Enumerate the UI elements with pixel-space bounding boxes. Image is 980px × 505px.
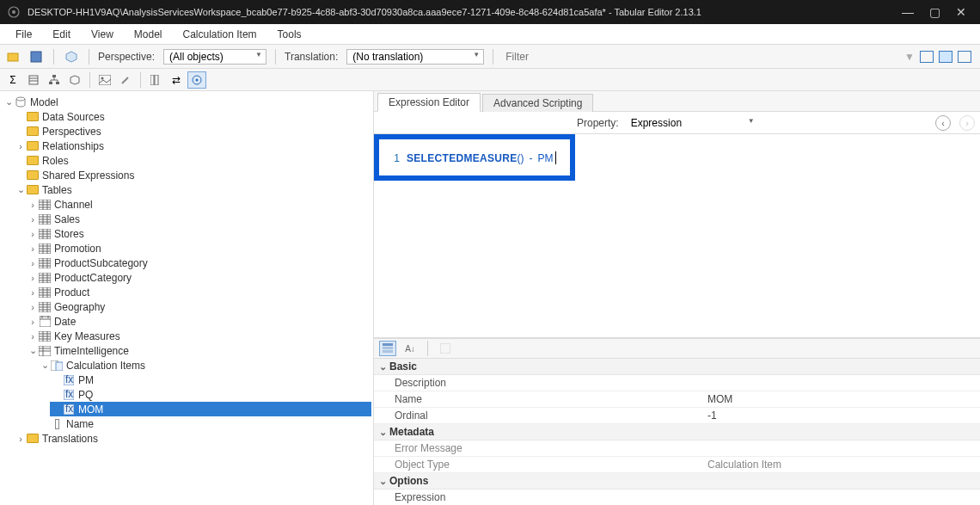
tree-node-name-column[interactable]: Name <box>38 416 371 431</box>
tree-node-pm[interactable]: fxPM <box>50 373 371 387</box>
svg-text:fx: fx <box>65 390 73 400</box>
perspective-select[interactable]: (All objects) <box>163 49 266 65</box>
minimize-button[interactable]: — <box>902 5 914 19</box>
maximize-button[interactable]: ▢ <box>929 5 940 19</box>
tab-expression-editor[interactable]: Expression Editor <box>377 93 481 112</box>
separator <box>140 72 141 88</box>
target-icon[interactable] <box>187 71 206 89</box>
pg-row-error-message: Error Message <box>374 440 980 457</box>
svg-rect-94 <box>383 343 393 346</box>
filter-icon[interactable]: ▼ <box>904 51 915 63</box>
svg-rect-19 <box>150 75 154 85</box>
filter-input-wrap <box>502 49 899 65</box>
tree-node-shared-expressions[interactable]: Shared Expressions <box>14 168 371 182</box>
tree-node-translations[interactable]: ›Translations <box>14 431 371 446</box>
svg-point-1 <box>12 10 15 14</box>
svg-rect-3 <box>31 52 41 62</box>
pg-category-metadata[interactable]: ⌄Metadata <box>374 424 980 440</box>
open-icon[interactable] <box>5 48 22 65</box>
layout-icon-3[interactable] <box>958 51 971 63</box>
tree-node-mom[interactable]: fxMOM <box>50 402 371 416</box>
property-label: Property: <box>577 117 619 129</box>
hierarchy-icon[interactable] <box>45 71 64 89</box>
svg-rect-16 <box>99 75 111 85</box>
tree-node-perspectives[interactable]: Perspectives <box>14 124 371 139</box>
tree-toolbar: Σ ⇄ <box>0 69 980 91</box>
property-select[interactable]: Expression <box>628 115 756 131</box>
categorized-icon[interactable] <box>379 341 396 356</box>
svg-rect-20 <box>155 75 158 85</box>
sigma-icon[interactable]: Σ <box>3 71 22 89</box>
layout-icon-1[interactable] <box>920 51 934 63</box>
svg-rect-10 <box>56 82 59 84</box>
tree-node-relationships[interactable]: ›Relationships <box>14 139 371 153</box>
editor-tab-strip: Expression Editor Advanced Scripting <box>374 91 980 112</box>
menu-bar: File Edit View Model Calculation Item To… <box>0 24 980 45</box>
menu-tools[interactable]: Tools <box>269 26 310 43</box>
cube-icon[interactable] <box>63 48 80 65</box>
edit-icon[interactable] <box>116 71 135 89</box>
tab-advanced-scripting[interactable]: Advanced Scripting <box>482 94 593 112</box>
expression-editor-body[interactable]: 1 SELECTEDMEASURE() - PM <box>374 134 980 338</box>
filter-input[interactable] <box>502 49 899 65</box>
property-grid-toolbar: A↓ <box>374 338 980 359</box>
property-pages-icon[interactable] <box>437 341 454 356</box>
layout-icon-2[interactable] <box>939 51 952 63</box>
tree-node-promotion[interactable]: ›Promotion <box>26 241 371 256</box>
cube3d-icon[interactable] <box>65 71 84 89</box>
tree-node-time-intelligence[interactable]: ⌄TimeIntelligence <box>26 343 371 358</box>
tree-node-roles[interactable]: Roles <box>14 153 371 168</box>
svg-point-22 <box>196 78 199 81</box>
tree-node-model[interactable]: ⌄Model <box>2 95 371 109</box>
history-forward-button[interactable]: › <box>959 115 975 131</box>
svg-rect-87 <box>56 362 63 371</box>
image-icon[interactable] <box>95 71 114 89</box>
pg-row-description[interactable]: Description <box>374 375 980 391</box>
menu-file[interactable]: File <box>7 26 40 43</box>
separator <box>89 49 89 65</box>
swap-icon[interactable]: ⇄ <box>167 71 186 89</box>
menu-calculation-item[interactable]: Calculation Item <box>175 26 266 43</box>
tree-node-key-measures[interactable]: ›Key Measures <box>26 329 371 343</box>
tree-node-product-category[interactable]: ›ProductCategory <box>26 270 371 285</box>
pg-category-basic[interactable]: ⌄Basic <box>374 359 980 375</box>
tree-node-geography[interactable]: ›Geography <box>26 299 371 314</box>
expression-editor-header: Property: Expression ‹ › <box>374 112 980 134</box>
svg-point-23 <box>16 97 25 101</box>
tree-node-pq[interactable]: fxPQ <box>50 387 371 402</box>
columns-icon[interactable] <box>146 71 165 89</box>
history-back-button[interactable]: ‹ <box>935 115 951 131</box>
tree-node-sales[interactable]: ›Sales <box>26 212 371 226</box>
menu-edit[interactable]: Edit <box>44 26 79 43</box>
pg-row-name[interactable]: NameMOM <box>374 391 980 408</box>
tree-node-stores[interactable]: ›Stores <box>26 226 371 241</box>
pg-category-options[interactable]: ⌄Options <box>374 473 980 490</box>
separator <box>493 49 493 65</box>
translation-select[interactable]: (No translation) <box>346 49 484 65</box>
tree-node-date[interactable]: ›Date <box>26 314 371 329</box>
tree-node-product[interactable]: ›Product <box>26 285 371 299</box>
tree-node-channel[interactable]: ›Channel <box>26 197 371 212</box>
code-line-1[interactable]: 1 SELECTEDMEASURE() - PM <box>388 151 975 164</box>
app-icon <box>7 5 21 19</box>
svg-rect-5 <box>29 76 38 84</box>
svg-rect-96 <box>383 350 393 353</box>
tree-node-data-sources[interactable]: Data Sources <box>14 109 371 124</box>
menu-view[interactable]: View <box>83 26 122 43</box>
svg-marker-15 <box>70 76 79 84</box>
list-icon[interactable] <box>24 71 43 89</box>
line-number: 1 <box>388 152 400 164</box>
separator <box>53 49 54 65</box>
tree-node-product-subcategory[interactable]: ›ProductSubcategory <box>26 256 371 270</box>
svg-rect-8 <box>52 75 56 77</box>
svg-point-17 <box>101 77 104 79</box>
pg-row-expression[interactable]: Expression <box>374 490 980 505</box>
pg-row-ordinal[interactable]: Ordinal-1 <box>374 408 980 424</box>
menu-model[interactable]: Model <box>126 26 171 43</box>
close-button[interactable]: ✕ <box>956 5 966 19</box>
dax-func: SELECTEDMEASURE <box>407 152 518 164</box>
save-icon[interactable] <box>28 48 45 65</box>
tree-node-tables[interactable]: ⌄Tables <box>14 182 371 197</box>
tree-node-calculation-items[interactable]: ⌄Calculation Items <box>38 358 371 373</box>
alphabetical-icon[interactable]: A↓ <box>401 341 419 356</box>
